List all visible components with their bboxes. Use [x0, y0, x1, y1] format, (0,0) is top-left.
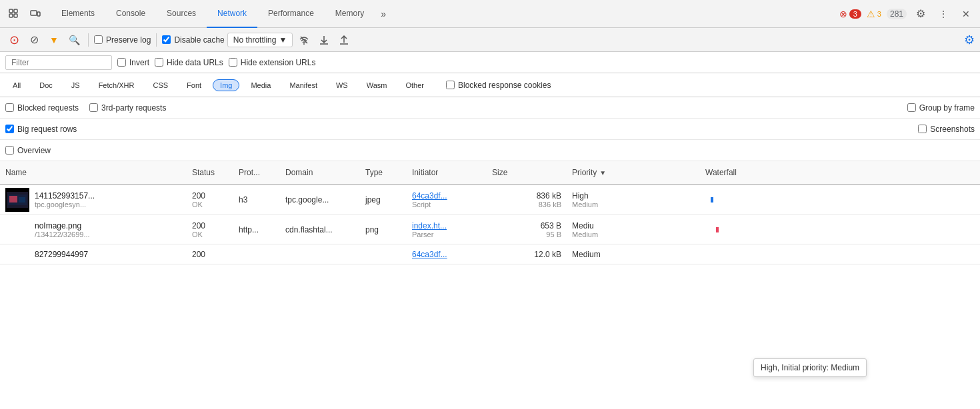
export-button[interactable] — [335, 31, 353, 49]
preserve-log-checkbox[interactable] — [94, 35, 103, 44]
td-initiator-1: index.ht... Parser — [407, 215, 487, 244]
stop-recording-button[interactable]: ⊙ — [5, 31, 23, 49]
svg-rect-4 — [31, 11, 37, 15]
tab-performance[interactable]: Performance — [257, 0, 325, 28]
blocked-requests-checkbox[interactable] — [5, 103, 14, 112]
th-initiator[interactable]: Initiator — [407, 168, 487, 177]
disable-cache-toggle[interactable]: Disable cache — [162, 35, 224, 45]
name-text-2: 827299944997 — [5, 250, 88, 259]
td-status-2: 200 — [187, 244, 233, 264]
td-domain-2 — [280, 244, 360, 264]
table-row[interactable]: 141152993157... tpc.googlesyn... 200 OK … — [0, 185, 980, 215]
more-options-button[interactable]: ⋮ — [935, 5, 952, 23]
table-row[interactable]: 827299944997 200 64ca3df... 12.0 kB Medi… — [0, 244, 980, 264]
options-row-2: Big request rows Screenshots — [0, 119, 980, 140]
type-btn-js[interactable]: JS — [64, 79, 87, 91]
clear-button[interactable]: ⊘ — [25, 31, 43, 49]
th-domain[interactable]: Domain — [280, 168, 360, 177]
close-devtools-button[interactable]: ✕ — [957, 5, 975, 23]
th-type[interactable]: Type — [360, 168, 407, 177]
hide-data-urls-toggle[interactable]: Hide data URLs — [155, 58, 223, 67]
group-by-frame-toggle[interactable]: Group by frame — [907, 103, 975, 113]
throttle-selector[interactable]: No throttling ▼ — [227, 33, 293, 47]
priority-sort-icon: ▼ — [599, 169, 606, 177]
filter-input[interactable] — [5, 55, 112, 70]
th-status[interactable]: Status — [187, 168, 233, 177]
network-settings-button[interactable]: ⚙ — [964, 33, 975, 47]
invert-toggle[interactable]: Invert — [117, 58, 149, 67]
blocked-cookies-checkbox[interactable] — [446, 81, 455, 89]
tab-memory[interactable]: Memory — [325, 0, 375, 28]
tab-sources[interactable]: Sources — [156, 0, 207, 28]
type-btn-wasm[interactable]: Wasm — [359, 79, 395, 91]
td-protocol-0: h3 — [233, 185, 280, 214]
tab-bar-end: ⊗ 3 ⚠ 3 281 ⚙ ⋮ ✕ — [839, 5, 975, 23]
more-tabs-button[interactable]: » — [375, 5, 392, 23]
preserve-log-toggle[interactable]: Preserve log — [94, 35, 151, 45]
type-btn-img[interactable]: Img — [213, 79, 239, 91]
big-rows-checkbox[interactable] — [5, 125, 14, 133]
table-body: 141152993157... tpc.googlesyn... 200 OK … — [0, 185, 980, 264]
td-size-0: 836 kB 836 kB — [487, 185, 567, 214]
overview-checkbox[interactable] — [5, 146, 14, 155]
import-button[interactable] — [315, 31, 333, 49]
type-btn-manifest[interactable]: Manifest — [282, 79, 325, 91]
filter-button[interactable]: ▼ — [45, 31, 63, 49]
table-row[interactable]: noImage.png /134122/32699... 200 OK http… — [0, 215, 980, 244]
invert-checkbox[interactable] — [117, 58, 126, 67]
td-priority-1: Mediu Medium — [567, 215, 700, 244]
table-header: Name Status Prot... Domain Type Initiato… — [0, 161, 980, 185]
th-size[interactable]: Size — [487, 168, 567, 177]
device-toggle-icon[interactable] — [27, 5, 44, 23]
overview-toggle[interactable]: Overview — [5, 146, 51, 155]
tab-bar: Elements Console Sources Network Perform… — [0, 0, 980, 28]
hide-ext-urls-checkbox[interactable] — [229, 58, 237, 67]
devtools-icons — [5, 5, 44, 23]
td-protocol-1: http... — [233, 215, 280, 244]
filter-row: Invert Hide data URLs Hide extension URL… — [0, 52, 980, 73]
name-inner-0: 141152993157... tpc.googlesyn... — [5, 188, 181, 212]
type-btn-doc[interactable]: Doc — [32, 79, 60, 91]
blocked-requests-toggle[interactable]: Blocked requests — [5, 103, 79, 113]
screenshots-checkbox[interactable] — [918, 125, 927, 133]
type-btn-all[interactable]: All — [5, 79, 28, 91]
search-button[interactable]: 🔍 — [65, 31, 83, 49]
waterfall-bar-1 — [716, 227, 719, 232]
options-row-1: Blocked requests 3rd-party requests Grou… — [0, 97, 980, 119]
disable-cache-checkbox[interactable] — [162, 35, 171, 44]
td-domain-1: cdn.flashtal... — [280, 215, 360, 244]
group-by-frame-checkbox[interactable] — [907, 103, 916, 112]
td-initiator-2: 64ca3df... — [407, 244, 487, 264]
tab-elements[interactable]: Elements — [51, 0, 105, 28]
td-waterfall-1 — [700, 215, 980, 244]
third-party-checkbox[interactable] — [89, 103, 98, 112]
tab-console[interactable]: Console — [105, 0, 156, 28]
td-name-1: noImage.png /134122/32699... — [0, 215, 187, 244]
screenshots-toggle[interactable]: Screenshots — [918, 125, 975, 134]
big-rows-toggle[interactable]: Big request rows — [5, 125, 77, 134]
tab-network[interactable]: Network — [207, 0, 257, 28]
throttle-dropdown-icon: ▼ — [279, 35, 287, 45]
settings-button[interactable]: ⚙ — [912, 5, 929, 23]
th-protocol[interactable]: Prot... — [233, 168, 280, 177]
type-btn-ws[interactable]: WS — [329, 79, 355, 91]
wifi-icon[interactable] — [295, 31, 313, 49]
name-text-0: 141152993157... tpc.googlesyn... — [35, 191, 95, 208]
type-btn-fetch-xhr[interactable]: Fetch/XHR — [91, 79, 142, 91]
th-waterfall[interactable]: Waterfall — [700, 168, 980, 177]
hide-ext-urls-toggle[interactable]: Hide extension URLs — [229, 58, 316, 67]
network-toolbar: ⊙ ⊘ ▼ 🔍 Preserve log Disable cache No th… — [0, 28, 980, 52]
third-party-toggle[interactable]: 3rd-party requests — [89, 103, 166, 113]
warning-count: ⚠ 3 — [867, 9, 881, 19]
thumbnail-0 — [5, 188, 29, 212]
type-btn-css[interactable]: CSS — [145, 79, 175, 91]
type-btn-font[interactable]: Font — [179, 79, 209, 91]
inspect-icon[interactable] — [5, 5, 23, 23]
toolbar-divider-1 — [88, 33, 89, 47]
type-btn-media[interactable]: Media — [243, 79, 278, 91]
blocked-cookies-toggle[interactable]: Blocked response cookies — [446, 81, 551, 90]
type-btn-other[interactable]: Other — [398, 79, 431, 91]
th-name[interactable]: Name — [0, 168, 187, 177]
hide-data-urls-checkbox[interactable] — [155, 58, 163, 67]
th-priority[interactable]: Priority ▼ — [567, 168, 700, 177]
